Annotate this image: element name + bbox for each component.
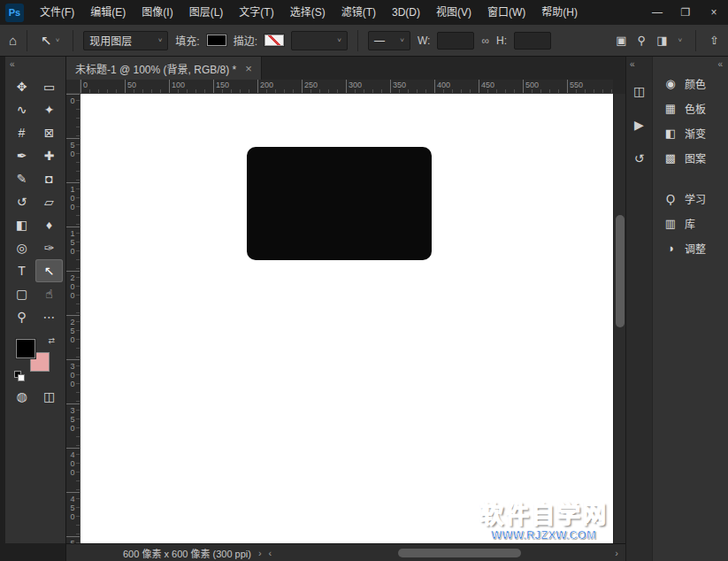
tool-icon: ✦ <box>44 103 55 117</box>
workspace-icon[interactable]: ◨ <box>656 34 667 47</box>
document-tab[interactable]: 未标题-1 @ 100% (背景, RGB/8) * × <box>66 57 262 80</box>
path-selection-tool[interactable]: ↖ <box>35 259 63 282</box>
crop-tool[interactable]: # <box>8 121 35 144</box>
share-icon[interactable]: ⇧ <box>709 34 719 47</box>
menu-item[interactable]: 文字(T) <box>231 0 281 25</box>
eyedropper-tool[interactable]: ✒ <box>8 144 35 167</box>
collapse-toolbar-icon[interactable]: « <box>5 57 65 72</box>
hand-tool[interactable]: ☝ <box>35 282 63 305</box>
stroke-swatch[interactable] <box>264 35 284 46</box>
menu-item[interactable]: 图层(L) <box>181 0 232 25</box>
ruler-corner <box>66 80 80 94</box>
search-icon[interactable]: ⚲ <box>638 34 647 47</box>
fill-swatch[interactable] <box>207 35 226 46</box>
menu-item[interactable]: 帮助(H) <box>533 0 586 25</box>
scroll-left-arrow[interactable]: ‹ <box>269 548 272 558</box>
menu-items: 文件(F) 编辑(E) 图像(I) 图层(L) 文字(T) 选择(S) 滤镜(T… <box>32 0 586 25</box>
layer-mode-select[interactable]: 现用图层 ˅ <box>83 31 168 50</box>
horizontal-ruler: 0 50 100 150 200 250 300 350 400 450 500… <box>80 80 613 94</box>
menu-item[interactable]: 编辑(E) <box>82 0 134 25</box>
ruler-tick-label: 400 <box>434 80 479 93</box>
zoom-tool[interactable]: ⚲ <box>8 305 35 328</box>
menu-item[interactable]: 窗口(W) <box>479 0 533 25</box>
panel-colors[interactable]: ◉ 颜色 <box>653 71 728 96</box>
stroke-label: 描边: <box>234 33 257 48</box>
panel-adjustments[interactable]: ◑ 调整 <box>653 235 728 260</box>
clone-stamp-tool[interactable]: ◘ <box>35 167 63 190</box>
gradient-tool[interactable]: ◧ <box>8 213 35 236</box>
tool-preset-button[interactable]: ↖ ˅ <box>37 31 63 50</box>
minimize-button[interactable]: — <box>643 0 671 25</box>
quick-mask-button[interactable]: ◍ <box>8 385 35 408</box>
width-input[interactable] <box>437 32 474 50</box>
watermark-title: 软件自学网 <box>479 503 608 529</box>
close-tab-icon[interactable]: × <box>245 62 252 75</box>
ruler-tick-label: 550 <box>567 80 611 93</box>
menu-item[interactable]: 视图(V) <box>428 0 479 25</box>
panel-item-icon: ◑ <box>663 242 678 255</box>
status-menu-chevron[interactable]: › <box>258 548 262 558</box>
quick-selection-tool[interactable]: ✦ <box>35 98 63 121</box>
panel-patterns[interactable]: ▩ 图案 <box>653 145 728 170</box>
rectangle-tool[interactable]: ▢ <box>8 282 35 305</box>
stroke-width-select[interactable]: ˅ <box>291 31 348 50</box>
options-right-icons: ▣ ⚲ ◨ ˅ ⇧ <box>616 30 719 51</box>
healing-brush-tool[interactable]: ✚ <box>35 144 63 167</box>
close-button[interactable]: × <box>700 0 728 25</box>
horizontal-scrollbar[interactable] <box>282 549 604 557</box>
watermark: 软件自学网 WWW.RJZXW.COM <box>479 503 608 542</box>
panel-swatches[interactable]: ▦ 色板 <box>653 96 728 120</box>
tool-icon: ✒ <box>17 149 27 163</box>
frame-tool[interactable]: ⊠ <box>35 121 63 144</box>
eraser-tool[interactable]: ▱ <box>35 190 63 213</box>
vertical-scrollbar[interactable] <box>613 94 625 543</box>
default-colors-icon[interactable] <box>14 371 27 383</box>
black-rounded-rectangle-shape[interactable] <box>247 147 432 260</box>
ruler-tick-label: 50 <box>125 80 169 93</box>
scroll-right-arrow[interactable]: › <box>615 548 618 558</box>
dodge-tool[interactable]: ◎ <box>8 236 35 259</box>
collapse-panels-icon[interactable]: « <box>717 59 723 69</box>
history-panel-icon[interactable]: ↺ <box>628 147 651 170</box>
panel-gradients[interactable]: ◧ 渐变 <box>653 120 728 145</box>
pen-tool[interactable]: ✑ <box>35 236 63 259</box>
swap-colors-icon[interactable]: ⇄ <box>48 336 55 345</box>
panel-item-label: 色板 <box>685 101 706 116</box>
ruler-tick-label: 300 <box>346 80 390 93</box>
horizontal-scrollbar-thumb[interactable] <box>398 549 520 557</box>
panel-learn[interactable]: Ϙ 学习 <box>653 186 728 211</box>
menu-item[interactable]: 图像(I) <box>134 0 180 25</box>
menu-item[interactable]: 3D(D) <box>384 0 428 25</box>
foreground-color-swatch[interactable] <box>16 339 35 358</box>
history-brush-tool[interactable]: ↺ <box>8 190 35 213</box>
stroke-style-select[interactable]: — ˅ <box>368 31 410 50</box>
home-icon[interactable]: ⌂ <box>9 33 17 48</box>
brush-tool[interactable]: ✎ <box>8 167 35 190</box>
panel-item-label: 图案 <box>685 150 706 165</box>
link-dimensions-icon[interactable]: ∞ <box>481 35 489 47</box>
edit-toolbar-button[interactable]: ⋯ <box>35 305 63 328</box>
restore-button[interactable]: ❐ <box>671 0 700 25</box>
type-tool[interactable]: T <box>8 259 35 282</box>
screen-mode-button[interactable]: ◫ <box>35 385 63 408</box>
panel-group-learn: Ϙ 学习 ▥ 库 ◑ 调整 <box>653 186 728 260</box>
menu-item[interactable]: 文件(F) <box>32 0 82 25</box>
layer-mode-value: 现用图层 <box>89 33 132 48</box>
vertical-scrollbar-thumb[interactable] <box>616 215 625 327</box>
panel-libraries[interactable]: ▥ 库 <box>653 211 728 235</box>
lasso-tool[interactable]: ∿ <box>8 98 35 121</box>
panel-group-color: ◉ 颜色 ▦ 色板 ◧ 渐变 ▩ 图案 <box>653 71 728 170</box>
collapsed-panels-icon[interactable]: ◫ <box>628 80 651 103</box>
height-input[interactable] <box>514 32 551 50</box>
blur-tool[interactable]: ♦ <box>35 213 63 236</box>
menu-item[interactable]: 选择(S) <box>282 0 333 25</box>
actions-panel-icon[interactable]: ▶ <box>628 113 651 136</box>
menu-item[interactable]: 滤镜(T) <box>333 0 384 25</box>
move-tool[interactable]: ✥ <box>8 75 35 98</box>
chevron-down-icon: ˅ <box>400 36 404 44</box>
rect-marquee-tool[interactable]: ▭ <box>35 75 63 98</box>
arrange-icon[interactable]: ▣ <box>616 34 626 47</box>
tool-icon: ◫ <box>43 389 55 403</box>
expand-panels-icon[interactable]: « <box>626 59 635 69</box>
canvas[interactable]: 软件自学网 WWW.RJZXW.COM <box>80 94 613 543</box>
